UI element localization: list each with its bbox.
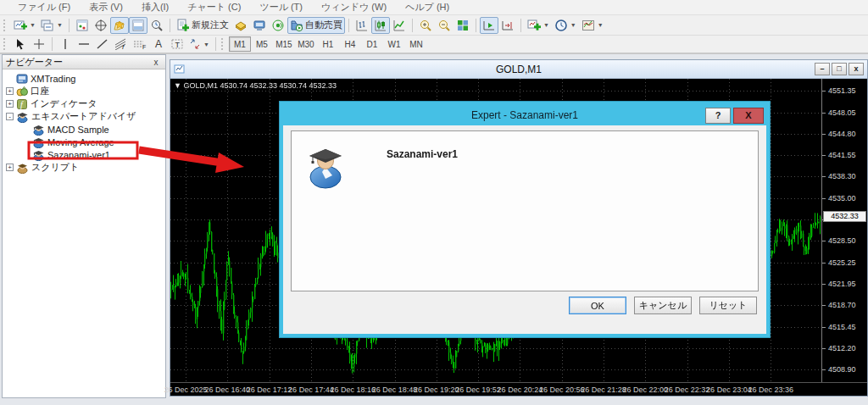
tree-item-口座[interactable]: +口座 [3, 85, 165, 97]
market-watch-icon [75, 19, 89, 32]
text-label-tool-button[interactable]: T [168, 36, 186, 53]
toolbar-grip[interactable] [3, 19, 8, 31]
text-label-icon: T [170, 38, 184, 50]
price-label: 4535.00 [828, 194, 856, 202]
dialog-close-button[interactable]: X [733, 108, 764, 124]
price-tick [822, 91, 826, 92]
expand-icon[interactable]: + [6, 164, 14, 171]
tree-item-スクリプト[interactable]: +スクリプト [3, 161, 165, 174]
navigator-star-icon [113, 19, 126, 32]
tree-item-インディケータ[interactable]: +fインディケータ [3, 97, 165, 110]
menu-item[interactable]: ツール (T) [250, 1, 312, 14]
timeframe-button-h4[interactable]: H4 [339, 36, 361, 52]
crosshair-tool-button[interactable] [30, 36, 48, 53]
zoom-in-button[interactable] [416, 17, 435, 34]
indicators-button[interactable]: ▼ [525, 17, 552, 34]
chart-window-titlebar[interactable]: GOLD,M1 – □ x [170, 60, 867, 79]
time-label: 26 Dec 22:00 [623, 386, 669, 394]
timeframe-button-m30[interactable]: M30 [295, 36, 317, 52]
menu-item[interactable]: ヘルプ (H) [396, 1, 459, 14]
profiles-button[interactable]: ▼ [38, 17, 65, 34]
navigator-close-icon[interactable]: x [150, 58, 162, 67]
bar-chart-mode-button[interactable] [353, 17, 371, 34]
price-tick [822, 327, 826, 328]
dialog-body: Sazanami-ver1 OK キャンセル リセット [283, 125, 766, 319]
expert-icon [32, 149, 45, 161]
price-label: 4515.45 [828, 323, 856, 331]
price-axis[interactable]: 4551.354548.054544.804541.554538.304535.… [821, 79, 867, 382]
horizontal-line-tool-button[interactable] [75, 36, 93, 53]
cursor-tool-button[interactable] [11, 36, 30, 53]
menu-item[interactable]: 挿入(I) [132, 1, 178, 14]
chart-shift-button[interactable] [498, 17, 517, 34]
auto-trading-button[interactable]: 自動売買 [287, 17, 345, 34]
tree-item-moving-average[interactable]: Moving Average [3, 136, 165, 148]
cancel-button[interactable]: キャンセル [634, 297, 692, 314]
timeframe-button-d1[interactable]: D1 [361, 36, 383, 52]
indicators-icon: f [16, 98, 28, 110]
tree-item-エキスパートアドバイザ[interactable]: -エキスパートアドバイザ [3, 110, 165, 123]
broadcast-button[interactable] [269, 17, 287, 34]
menu-item[interactable]: ファイル (F) [8, 1, 80, 14]
periods-button[interactable]: ▼ [552, 17, 579, 34]
menu-item[interactable]: 表示 (V) [80, 1, 132, 14]
ok-button[interactable]: OK [569, 297, 626, 314]
timeframe-button-m1[interactable]: M1 [229, 36, 251, 52]
reset-button[interactable]: リセット [699, 297, 757, 314]
line-chart-mode-button[interactable] [390, 17, 409, 34]
text-tool-button[interactable]: A [149, 36, 168, 53]
expand-icon[interactable]: + [6, 100, 14, 108]
timeframe-button-h1[interactable]: H1 [317, 36, 339, 52]
menu-item[interactable]: ウィンドウ (W) [312, 1, 396, 14]
tree-item-label: MACD Sample [47, 125, 109, 135]
price-tick [822, 284, 826, 285]
channel-tool-button[interactable]: F [131, 36, 149, 53]
timeframe-button-mn[interactable]: MN [405, 36, 427, 52]
candlestick-icon [374, 19, 387, 32]
timeframe-button-m15[interactable]: M15 [273, 36, 295, 52]
metaeditor-button[interactable] [231, 17, 250, 34]
chart-minimize-button[interactable]: – [815, 63, 830, 75]
data-window-button[interactable] [92, 17, 110, 34]
chart-maximize-button[interactable]: □ [832, 63, 847, 75]
collapse-icon[interactable]: - [6, 113, 14, 120]
navigator-button[interactable] [110, 17, 129, 34]
tile-windows-button[interactable] [453, 17, 472, 34]
fibonacci-tool-button[interactable]: f [112, 36, 131, 53]
tree-item-label: エキスパートアドバイザ [31, 110, 136, 123]
zoom-out-button[interactable] [435, 17, 453, 34]
time-axis[interactable]: 26 Dec 202526 Dec 16:4026 Dec 17:1226 De… [170, 382, 867, 396]
dialog-help-button[interactable]: ? [705, 108, 731, 124]
tree-item-sazanami-ver1[interactable]: Sazanami-ver1 [3, 148, 165, 161]
horizontal-line-icon [78, 38, 90, 50]
toolbar-separator [476, 19, 476, 32]
toolbar-grip[interactable] [3, 38, 8, 50]
dialog-titlebar[interactable]: Expert - Sazanami-ver1 ? X [283, 105, 766, 125]
profiles-icon [41, 19, 54, 32]
auto-scroll-button[interactable] [480, 17, 498, 34]
new-chart-button[interactable]: ▼ [11, 17, 38, 34]
new-order-button[interactable]: 新規注文 [174, 17, 231, 34]
timeframe-button-w1[interactable]: W1 [383, 36, 405, 52]
candlestick-mode-button[interactable] [371, 17, 390, 34]
menu-item[interactable]: チャート (C) [178, 1, 250, 14]
toolbar-grip[interactable] [221, 38, 225, 50]
chart-close-button[interactable]: x [849, 63, 864, 75]
vertical-line-tool-button[interactable] [56, 36, 75, 53]
terminal-button[interactable] [129, 17, 147, 34]
clock-icon [554, 19, 568, 32]
toolbar-separator [69, 19, 70, 32]
mql-community-button[interactable] [250, 17, 269, 34]
tree-item-macd-sample[interactable]: MACD Sample [3, 123, 165, 136]
ohlc-readout: ▼ GOLD,M1 4530.74 4532.33 4530.74 4532.3… [174, 81, 337, 90]
templates-button[interactable]: ▼ [579, 17, 606, 34]
arrows-tool-button[interactable]: ▼ [186, 36, 212, 53]
timeframe-button-m5[interactable]: M5 [251, 36, 273, 52]
strategy-tester-button[interactable] [147, 17, 166, 34]
computer-icon [253, 19, 266, 32]
trendline-tool-button[interactable] [93, 36, 112, 53]
market-watch-button[interactable] [73, 17, 92, 34]
tree-item-xmtrading[interactable]: XMTrading [3, 72, 165, 85]
svg-text:f: f [122, 43, 125, 50]
expand-icon[interactable]: + [6, 87, 14, 95]
